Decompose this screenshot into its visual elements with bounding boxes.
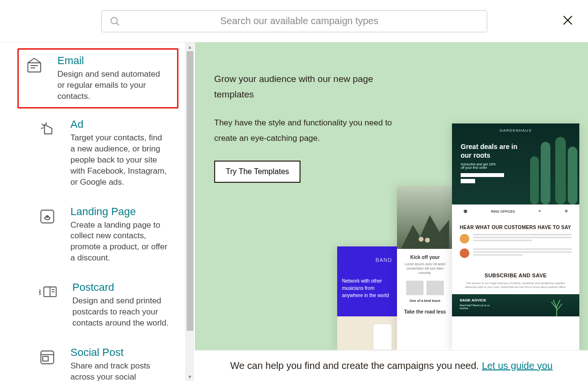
email-icon	[25, 54, 44, 102]
campaign-desc: Create a landing page to collect new con…	[70, 220, 169, 264]
svg-line-1	[116, 23, 119, 25]
campaign-title: Social Post	[70, 346, 169, 359]
template-preview-3: BAND Network with other musicians from a…	[337, 246, 397, 350]
template-preview-2: Kick off your Lorem ipsum dolor sit amet…	[397, 186, 453, 350]
template-previews: BAND Network with other musicians from a…	[337, 123, 588, 350]
svg-line-10	[41, 128, 44, 128]
scrollbar-thumb[interactable]	[187, 51, 193, 331]
try-templates-button[interactable]: Try The Templates	[214, 161, 301, 183]
campaign-title: Landing Page	[70, 205, 169, 218]
sidebar-scrollbar[interactable]: ▲ ▼	[185, 42, 194, 381]
scrollbar-down-icon[interactable]: ▼	[186, 372, 194, 381]
preview1-hear: HEAR WHAT OUR CUSTOMERS HAVE TO SAY	[460, 225, 572, 230]
preview1-sub: Subscribe and get 10% off your first ord…	[461, 163, 499, 169]
campaign-title: Email	[57, 54, 168, 67]
svg-point-22	[419, 237, 424, 242]
footer-text: We can help you find and create the camp…	[230, 360, 479, 371]
campaign-desc: Target your contacts, find a new audienc…	[70, 133, 169, 188]
search-field[interactable]	[101, 10, 487, 32]
social-post-icon	[38, 346, 57, 381]
landing-page-icon	[38, 205, 57, 264]
svg-rect-25	[555, 137, 566, 204]
close-icon	[562, 14, 574, 26]
preview1-sage: SAGE ADVICE	[460, 298, 486, 302]
campaign-type-list: Email Design and send automated or regul…	[0, 42, 185, 381]
svg-rect-19	[43, 356, 48, 361]
campaign-item-postcard[interactable]: Postcard Design and send printed postcar…	[17, 273, 178, 337]
preview2-heading2: Take the road less	[400, 309, 450, 314]
search-input[interactable]	[120, 15, 479, 27]
svg-marker-21	[401, 215, 449, 249]
svg-rect-24	[541, 142, 550, 204]
preview1-subscribe: SUBSCRIBE AND SAVE	[452, 272, 579, 278]
hero-banner: Grow your audience with our new page tem…	[195, 42, 588, 350]
svg-rect-27	[530, 156, 539, 204]
preview3-text: Network with other musicians from anywhe…	[342, 277, 392, 299]
close-button[interactable]	[562, 14, 574, 28]
preview3-brand: BAND	[342, 257, 392, 263]
preview2-caption: One of a kind tours	[397, 299, 453, 302]
svg-rect-26	[568, 147, 577, 204]
preview1-headline: Great deals are in our roots	[461, 143, 523, 160]
campaign-desc: Design and send printed postcards to rea…	[72, 296, 169, 329]
campaign-item-landing-page[interactable]: Landing Page Create a landing page to co…	[17, 198, 178, 272]
footer-help: We can help you find and create the camp…	[195, 350, 588, 381]
campaign-item-social-post[interactable]: Social Post Share and track posts across…	[17, 339, 178, 381]
campaign-item-email[interactable]: Email Design and send automated or regul…	[17, 48, 178, 109]
ad-icon	[38, 118, 57, 188]
template-preview-1: GARDENHAUS Great deals are in our roots …	[452, 123, 579, 350]
let-us-guide-you-link[interactable]: Let us guide you	[482, 360, 553, 371]
postcard-icon	[38, 281, 59, 329]
search-icon	[109, 16, 120, 27]
svg-marker-7	[44, 124, 52, 134]
hero-title: Grow your audience with our new page tem…	[214, 71, 393, 103]
campaign-title: Ad	[70, 118, 169, 131]
campaign-item-ad[interactable]: Ad Target your contacts, find a new audi…	[17, 110, 178, 196]
scrollbar-up-icon[interactable]: ▲	[186, 42, 194, 51]
campaign-desc: Design and send automated or regular ema…	[57, 69, 168, 102]
campaign-title: Postcard	[72, 281, 169, 294]
svg-line-9	[46, 122, 46, 125]
preview2-heading: Kick off your	[400, 255, 450, 260]
campaign-desc: Share and track posts across your social…	[70, 361, 169, 381]
svg-point-23	[425, 238, 430, 243]
